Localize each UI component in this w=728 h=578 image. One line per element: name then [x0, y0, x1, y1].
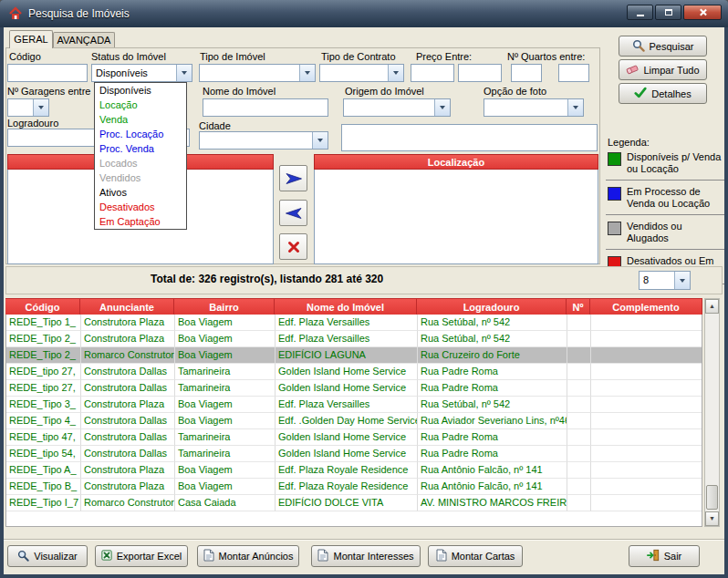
- foto-select[interactable]: [484, 98, 584, 117]
- table-row[interactable]: REDE_tipo 47, Construtora Dallas Tamarin…: [6, 429, 702, 446]
- sair-button[interactable]: Sair: [629, 545, 700, 567]
- limpar-tudo-button[interactable]: Limpar Tudo: [619, 59, 707, 80]
- status-select-arrow-button[interactable]: [176, 65, 192, 81]
- cell-anunciante: Construtora Plaza: [81, 331, 175, 347]
- tab-geral[interactable]: GERAL: [9, 30, 53, 48]
- montar-cartas-button[interactable]: Montar Cartas: [428, 545, 523, 567]
- close-icon: [699, 8, 707, 16]
- title-bar[interactable]: Pesquisa de Imóveis: [0, 0, 728, 27]
- detalhes-button[interactable]: Detalhes: [619, 83, 707, 104]
- column-header-numero[interactable]: Nº: [567, 298, 590, 315]
- legend-item: Em Processo de Venda ou Locação: [606, 184, 724, 215]
- column-header-bairro[interactable]: Bairro: [174, 298, 275, 315]
- table-row[interactable]: REDE_Tipo I_7 Romarco Construtora e Casa…: [6, 495, 702, 511]
- preco-min-input[interactable]: [411, 64, 454, 82]
- grid-vertical-scrollbar[interactable]: ▲ ▼: [704, 298, 720, 527]
- foto-arrow-button[interactable]: [567, 99, 583, 116]
- page-size-select[interactable]: 8: [639, 271, 691, 290]
- status-option[interactable]: Proc. Locação: [95, 127, 186, 141]
- montar-anuncios-button[interactable]: Montar Anúncios: [197, 545, 299, 567]
- tipo-imovel-arrow-button[interactable]: [299, 65, 315, 81]
- montar-interesses-button[interactable]: Montar Interesses: [311, 545, 421, 567]
- table-row[interactable]: REDE_tipo 27, Construtora Dallas Tamarin…: [6, 380, 702, 397]
- origem-arrow-button[interactable]: [434, 99, 450, 116]
- cell-codigo: REDE_tipo 47,: [6, 429, 81, 446]
- arrow-left-icon: [285, 206, 303, 221]
- chevron-down-icon: [305, 71, 310, 75]
- table-row[interactable]: REDE_Tipo 4_ Construtora Dallas Boa Viag…: [6, 413, 702, 429]
- column-header-complemento[interactable]: Complemento: [590, 298, 702, 315]
- move-left-button[interactable]: [279, 200, 307, 226]
- cell-nome-imovel: EDIFÍCIO DOLCE VITA: [276, 495, 418, 511]
- cidade-select[interactable]: [199, 131, 328, 150]
- status-option[interactable]: Locação: [95, 98, 186, 112]
- limpar-tudo-label: Limpar Tudo: [643, 65, 699, 76]
- table-row[interactable]: REDE_tipo 27, Construtora Dallas Tamarin…: [6, 364, 702, 380]
- status-option[interactable]: Proc. Venda: [95, 141, 186, 156]
- table-row[interactable]: REDE_Tipo 1_ Construtora Plaza Boa Viage…: [6, 315, 702, 331]
- document-icon: [317, 549, 328, 563]
- tipo-contrato-arrow-button[interactable]: [388, 65, 403, 81]
- column-header-anunciante[interactable]: Anunciante: [80, 298, 174, 315]
- status-select[interactable]: Disponíveis: [91, 64, 192, 82]
- table-row[interactable]: REDE_Tipo 2_ Romarco Construtora e Boa V…: [6, 347, 702, 364]
- quartos-min-input[interactable]: [511, 64, 542, 82]
- legend-item: Disponíveis p/ Venda ou Locação: [606, 150, 724, 181]
- tab-avancada[interactable]: AVANÇADA: [53, 32, 115, 48]
- cidade-arrow-button[interactable]: [312, 132, 328, 149]
- scroll-down-button[interactable]: ▼: [705, 511, 719, 526]
- visualizar-button[interactable]: Visualizar: [7, 545, 88, 567]
- garagens-min-select[interactable]: [7, 98, 49, 117]
- localizacao-list-box[interactable]: [314, 170, 598, 264]
- cell-numero: [567, 364, 591, 380]
- cell-anunciante: Construtora Plaza: [81, 462, 175, 479]
- column-header-logradouro[interactable]: Logradouro: [417, 298, 567, 315]
- remove-selection-button[interactable]: [279, 233, 307, 260]
- cell-codigo: REDE_Tipo 1_: [6, 315, 81, 331]
- cell-complemento: [591, 446, 702, 462]
- origem-select[interactable]: [343, 98, 451, 117]
- status-option[interactable]: Desativados: [95, 200, 186, 214]
- nome-imovel-input[interactable]: [203, 98, 328, 117]
- cell-codigo: REDE_Tipo 4_: [6, 413, 81, 429]
- column-header-codigo[interactable]: Código: [5, 298, 80, 315]
- logradouro-label: Logradouro: [7, 118, 58, 129]
- cell-anunciante: Romarco Construtora e: [81, 347, 175, 364]
- cell-codigo: REDE_Tipo A_: [6, 462, 81, 479]
- status-option[interactable]: Locados: [95, 156, 186, 170]
- exportar-excel-button[interactable]: Exportar Excel: [95, 545, 188, 567]
- address-extra-box[interactable]: [341, 124, 598, 151]
- chevron-down-icon: [440, 106, 445, 109]
- table-row[interactable]: REDE_tipo 54, Construtora Dallas Tamarin…: [6, 446, 702, 462]
- garagens-min-arrow-button[interactable]: [33, 99, 48, 116]
- table-row[interactable]: REDE_Tipo B_ Construtora Plaza Boa Viage…: [6, 479, 702, 495]
- status-option[interactable]: Disponíveis: [95, 83, 186, 98]
- close-button[interactable]: [683, 5, 722, 20]
- tipo-imovel-select[interactable]: [199, 64, 316, 82]
- scroll-thumb[interactable]: [706, 485, 718, 510]
- scroll-up-button[interactable]: ▲: [705, 299, 719, 314]
- table-row[interactable]: REDE_Tipo A_ Construtora Plaza Boa Viage…: [6, 462, 702, 479]
- maximize-button[interactable]: [655, 5, 681, 20]
- minimize-button[interactable]: [627, 5, 653, 20]
- tipo-contrato-select[interactable]: [319, 64, 404, 82]
- status-option[interactable]: Venda: [95, 112, 186, 127]
- preco-max-input[interactable]: [458, 64, 502, 82]
- move-right-button[interactable]: [279, 165, 307, 191]
- codigo-input[interactable]: [7, 64, 88, 82]
- page-size-arrow-button[interactable]: [674, 272, 690, 289]
- table-row[interactable]: REDE_Tipo 3_ Construtora Plaza Boa Viage…: [6, 397, 702, 413]
- table-row[interactable]: REDE_Tipo 2_ Construtora Plaza Boa Viage…: [6, 331, 702, 347]
- cell-bairro: Tamarineira: [175, 380, 276, 397]
- status-option[interactable]: Vendidos: [95, 170, 186, 185]
- cell-complemento: [591, 364, 702, 380]
- status-option[interactable]: Ativos: [95, 185, 186, 200]
- column-header-nome-imovel[interactable]: Nome do Imóvel: [275, 298, 417, 315]
- cell-anunciante: Construtora Plaza: [81, 315, 175, 331]
- status-option[interactable]: Em Captação: [95, 214, 186, 229]
- sair-label: Sair: [664, 551, 682, 562]
- cell-nome-imovel: Edf. Plaza Versailles: [276, 315, 418, 331]
- pesquisar-button[interactable]: Pesquisar: [619, 36, 707, 57]
- cell-numero: [567, 397, 591, 413]
- quartos-max-input[interactable]: [558, 64, 589, 82]
